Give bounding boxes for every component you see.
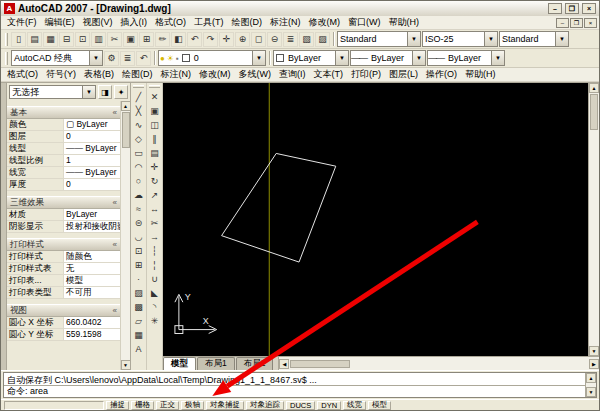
layer-on-icon[interactable]: ● <box>160 54 165 63</box>
palette-section-header[interactable]: 视图 « <box>7 304 120 317</box>
menu-item[interactable]: 插入(I) <box>117 16 152 29</box>
property-row[interactable]: 打印表... 模型 <box>7 275 120 287</box>
chevron-down-icon[interactable]: ▼ <box>491 51 504 65</box>
revcloud-icon[interactable]: ☁ <box>132 188 146 202</box>
polyline-icon[interactable]: ∿ <box>132 118 146 132</box>
cut-icon[interactable]: ✂ <box>107 32 122 47</box>
property-row[interactable]: 颜色 ▢ ByLayer <box>7 119 120 131</box>
status-toggle-button[interactable]: 线宽 <box>343 401 366 410</box>
property-row[interactable]: 厚度 0 <box>7 179 120 191</box>
property-row[interactable]: 打印表类型 不可用 <box>7 287 120 299</box>
scroll-down-icon[interactable]: ▼ <box>121 360 131 370</box>
open-icon[interactable]: ▤ <box>27 32 42 47</box>
scroll-left-icon[interactable]: ◀ <box>279 359 289 369</box>
layer-combo[interactable]: ● ☀ ▪ 0 ▼ <box>158 50 266 66</box>
menu-item[interactable]: 格式(O) <box>151 16 190 29</box>
workspace-combo[interactable]: AutoCAD 经典 ▼ <box>11 50 103 66</box>
copy-icon[interactable]: ▣ <box>123 32 138 47</box>
redo-icon[interactable]: ↷ <box>203 32 218 47</box>
menu-item[interactable]: 绘图(D) <box>228 16 267 29</box>
property-value[interactable]: —— ByLayer <box>64 143 120 154</box>
status-toggle-button[interactable]: 栅格 <box>131 401 154 410</box>
express-menu-item[interactable]: 操作(O) <box>422 68 461 81</box>
express-menu-item[interactable]: 格式(O) <box>3 68 42 81</box>
array-icon[interactable]: ▤ <box>148 146 162 160</box>
chevron-down-icon[interactable]: ▼ <box>484 32 497 46</box>
property-value[interactable]: 0 <box>64 179 120 190</box>
express-menu-item[interactable]: 表格(B) <box>80 68 118 81</box>
property-value[interactable]: 无 <box>64 263 120 274</box>
express-menu-item[interactable]: 打印(P) <box>347 68 385 81</box>
doc-close-button[interactable]: × <box>584 18 597 28</box>
ellipse-arc-icon[interactable]: ◡ <box>132 230 146 244</box>
publish-icon[interactable]: ▥ <box>91 32 106 47</box>
region-icon[interactable]: ▱ <box>132 314 146 328</box>
pan-icon[interactable]: ✛ <box>219 32 234 47</box>
property-value[interactable]: —— ByLayer <box>64 167 120 178</box>
quick-select-button[interactable]: ✦ <box>114 85 128 99</box>
canvas-vertical-scrollbar[interactable]: ▲ ▼ <box>588 83 599 356</box>
table-style-combo[interactable]: Standard ▼ <box>499 31 569 47</box>
point-icon[interactable]: · <box>132 272 146 286</box>
toolbar-grip[interactable] <box>133 85 144 88</box>
mirror-icon[interactable]: ◫ <box>148 118 162 132</box>
match-properties-icon[interactable]: ✏ <box>155 32 170 47</box>
menu-item[interactable]: 编辑(E) <box>41 16 79 29</box>
trim-icon[interactable]: ✂ <box>148 216 162 230</box>
property-row[interactable]: 阴影显示 投射和接收阴影 <box>7 221 120 233</box>
toolbar-grip[interactable] <box>5 52 8 65</box>
express-menu-item[interactable]: 多线(W) <box>235 68 276 81</box>
break-icon[interactable]: ¦ <box>148 258 162 272</box>
palette-section-header[interactable]: 打印样式 « <box>7 238 120 251</box>
move-icon[interactable]: ✛ <box>148 160 162 174</box>
express-menu-item[interactable]: 绘图(D) <box>118 68 157 81</box>
collapse-icon[interactable]: « <box>113 108 117 117</box>
palette-section-header[interactable]: 三维效果 « <box>7 196 120 209</box>
scroll-down-icon[interactable]: ▼ <box>586 387 596 397</box>
palette-scrollbar[interactable]: ▲ ▼ <box>120 101 130 370</box>
toolbar-grip[interactable] <box>5 33 8 46</box>
menu-item[interactable]: 窗口(W) <box>344 16 385 29</box>
tab-model[interactable]: 模型 <box>163 357 196 370</box>
chevron-down-icon[interactable]: ▼ <box>555 32 568 46</box>
construction-line-icon[interactable]: ╳ <box>132 104 146 118</box>
command-history[interactable]: 自动保存到 C:\Users\lenovo\AppData\Local\Temp… <box>4 373 585 385</box>
express-menu-item[interactable]: 文本(T) <box>310 68 348 81</box>
property-value[interactable]: 660.0402 <box>64 317 120 328</box>
line-icon[interactable]: ╱ <box>132 90 146 104</box>
menu-item[interactable]: 工具(T) <box>190 16 228 29</box>
palette-section-header[interactable]: 基本 « <box>7 106 120 119</box>
scroll-up-icon[interactable]: ▲ <box>586 373 596 383</box>
express-menu-item[interactable]: 标注(N) <box>157 68 196 81</box>
qnew-icon[interactable]: ▯ <box>11 32 26 47</box>
zoom-window-icon[interactable]: ◻ <box>251 32 266 47</box>
scrollbar-thumb[interactable] <box>590 94 598 130</box>
selection-combo[interactable]: 无选择 ▼ <box>9 85 96 99</box>
scroll-right-icon[interactable]: ▶ <box>589 359 599 369</box>
stretch-icon[interactable]: ↔ <box>148 202 162 216</box>
layer-freeze-icon[interactable]: ☀ <box>167 54 174 63</box>
property-row[interactable]: 打印样式 随颜色 <box>7 251 120 263</box>
color-combo[interactable]: ByLayer ▼ <box>273 50 349 66</box>
menu-item[interactable]: 帮助(H) <box>385 16 424 29</box>
chevron-down-icon[interactable]: ▼ <box>252 51 265 65</box>
scrollbar-thumb[interactable] <box>290 360 350 368</box>
property-value[interactable]: 559.1598 <box>64 329 120 340</box>
drawn-polygon[interactable] <box>222 153 336 262</box>
property-value[interactable]: 1 <box>64 155 120 166</box>
scrollbar-thumb[interactable] <box>122 112 130 148</box>
property-value[interactable]: 随颜色 <box>64 251 120 262</box>
make-block-icon[interactable]: ⊞ <box>132 258 146 272</box>
status-toggle-button[interactable]: DYN <box>317 401 341 410</box>
menu-item[interactable]: 标注(N) <box>266 16 305 29</box>
block-editor-icon[interactable]: ◧ <box>171 32 186 47</box>
insert-block-icon[interactable]: ⊡ <box>132 244 146 258</box>
status-toggle-button[interactable]: 极轴 <box>181 401 204 410</box>
express-menu-item[interactable]: 修改(M) <box>195 68 235 81</box>
property-row[interactable]: 线型 —— ByLayer <box>7 143 120 155</box>
hatch-icon[interactable]: ▨ <box>132 286 146 300</box>
join-icon[interactable]: ∪ <box>148 272 162 286</box>
arc-icon[interactable]: ◠ <box>132 160 146 174</box>
property-row[interactable]: 打印样式表 无 <box>7 263 120 275</box>
express-menu-item[interactable]: 图层(L) <box>385 68 422 81</box>
